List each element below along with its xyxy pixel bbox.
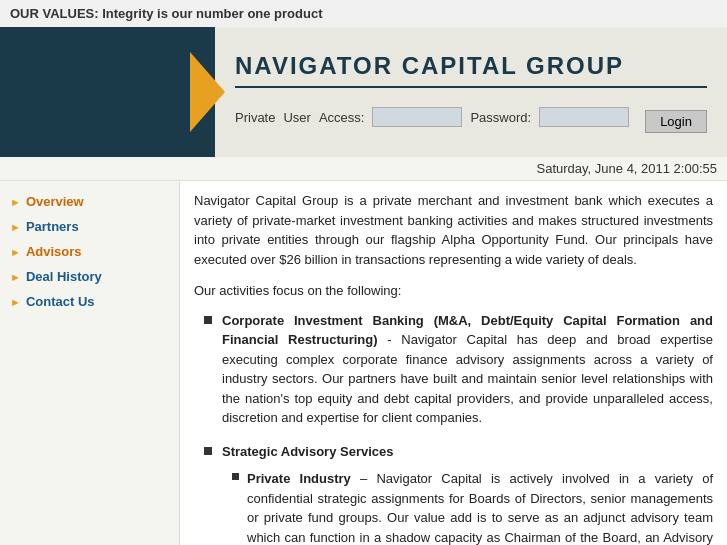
access-label: Access: xyxy=(319,110,365,125)
date-bar: Saturday, June 4, 2011 2:00:55 xyxy=(0,157,727,181)
sub-bullet-private-industry: Private Industry – Navigator Capital is … xyxy=(232,469,713,545)
top-bar: OUR VALUES: Integrity is our number one … xyxy=(0,0,727,27)
arrow-icon: ► xyxy=(10,196,21,208)
arrow-icon: ► xyxy=(10,246,21,258)
main-layout: ► Overview ► Partners ► Advisors ► Deal … xyxy=(0,181,727,545)
activities-intro: Our activities focus on the following: xyxy=(194,281,713,301)
login-button[interactable]: Login xyxy=(645,110,707,133)
sidebar-link-overview[interactable]: Overview xyxy=(26,194,84,209)
header-logo-area xyxy=(0,27,215,157)
password-label: Password: xyxy=(470,110,531,125)
top-bar-text: OUR VALUES: Integrity is our number one … xyxy=(10,6,323,21)
bullet-text-strategic: Strategic Advisory Services Private Indu… xyxy=(222,442,713,546)
sub-bullet-text: Private Industry – Navigator Capital is … xyxy=(247,469,713,545)
triangle-decoration xyxy=(190,52,225,132)
bullet-item-strategic: Strategic Advisory Services Private Indu… xyxy=(204,442,713,546)
sidebar-link-partners[interactable]: Partners xyxy=(26,219,79,234)
sidebar-item-deal-history[interactable]: ► Deal History xyxy=(0,264,179,289)
sidebar-link-contact-us[interactable]: Contact Us xyxy=(26,294,95,309)
intro-paragraph: Navigator Capital Group is a private mer… xyxy=(194,191,713,269)
header: Navigator Capital Group Private User Acc… xyxy=(0,27,727,157)
sidebar-link-deal-history[interactable]: Deal History xyxy=(26,269,102,284)
sub-bullet-list: Private Industry – Navigator Capital is … xyxy=(222,469,713,545)
access-input[interactable] xyxy=(372,107,462,127)
bullet-item-corporate: Corporate Investment Banking (M&A, Debt/… xyxy=(204,311,713,428)
bullet-text-corporate: Corporate Investment Banking (M&A, Debt/… xyxy=(222,311,713,428)
site-title: Navigator Capital Group xyxy=(235,52,707,88)
login-row: Private User Access: Password: Login xyxy=(235,102,707,133)
private-industry-heading: Private Industry xyxy=(247,471,351,486)
strategic-heading: Strategic Advisory Services xyxy=(222,444,394,459)
arrow-icon: ► xyxy=(10,296,21,308)
sub-bullet-square-icon xyxy=(232,473,239,480)
arrow-icon: ► xyxy=(10,221,21,233)
bullet-square-icon xyxy=(204,316,212,324)
content-wrapper: Navigator Capital Group is a private mer… xyxy=(180,181,727,545)
sidebar-item-contact-us[interactable]: ► Contact Us xyxy=(0,289,179,314)
header-content: Navigator Capital Group Private User Acc… xyxy=(215,27,727,157)
private-label: Private xyxy=(235,110,275,125)
sidebar-link-advisors[interactable]: Advisors xyxy=(26,244,82,259)
date-text: Saturday, June 4, 2011 2:00:55 xyxy=(537,161,717,176)
arrow-icon: ► xyxy=(10,271,21,283)
password-input[interactable] xyxy=(539,107,629,127)
sidebar-item-advisors[interactable]: ► Advisors xyxy=(0,239,179,264)
activities-list: Corporate Investment Banking (M&A, Debt/… xyxy=(194,311,713,546)
bullet-square-icon xyxy=(204,447,212,455)
sidebar-item-overview[interactable]: ► Overview xyxy=(0,189,179,214)
sidebar: ► Overview ► Partners ► Advisors ► Deal … xyxy=(0,181,180,545)
user-label: User xyxy=(283,110,310,125)
content-area: Navigator Capital Group is a private mer… xyxy=(180,181,727,545)
sidebar-item-partners[interactable]: ► Partners xyxy=(0,214,179,239)
